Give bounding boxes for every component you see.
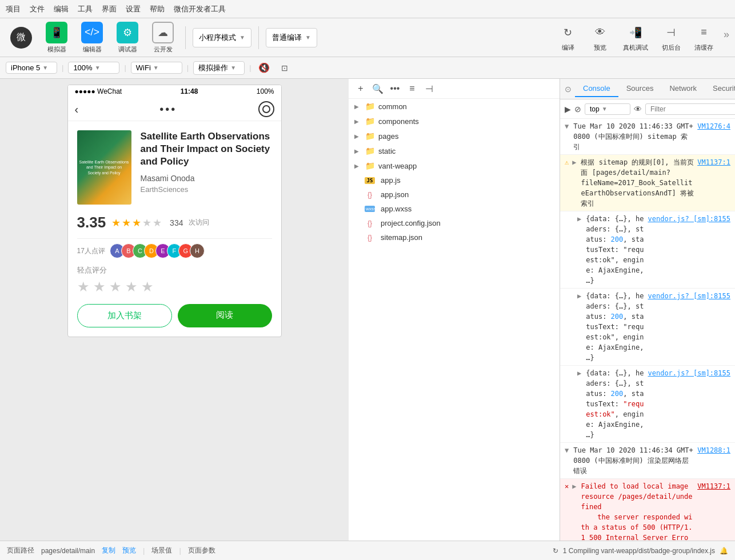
console-context-dropdown[interactable]: top ▼ bbox=[585, 103, 630, 115]
console-link-4[interactable]: vendor.js? [sm]:8155 bbox=[648, 291, 731, 363]
file-item-appwxss[interactable]: ▶ wxss app.wxss bbox=[349, 202, 560, 216]
read-button[interactable]: 阅读 bbox=[178, 304, 272, 327]
menu-settings[interactable]: 设置 bbox=[126, 4, 141, 14]
devtools-target-icon[interactable]: ⊙ bbox=[565, 85, 572, 94]
menu-wechat-devtools[interactable]: 微信开发者工具 bbox=[174, 4, 226, 14]
console-play-button[interactable]: ▶ bbox=[565, 103, 571, 115]
console-eye-button[interactable]: 👁 bbox=[634, 103, 642, 115]
real-device-button[interactable]: 📲 真机调试 bbox=[620, 21, 652, 54]
tab-network[interactable]: Network bbox=[661, 81, 705, 97]
menu-tools[interactable]: 工具 bbox=[78, 4, 93, 14]
compile-dropdown[interactable]: 普通编译 ▼ bbox=[266, 28, 317, 47]
spacer-4 bbox=[565, 291, 574, 363]
folder-arrow-common: ▶ bbox=[354, 103, 361, 110]
editor-button[interactable]: </> 编辑器 bbox=[77, 19, 107, 56]
add-to-shelf-button[interactable]: 加入书架 bbox=[77, 304, 173, 327]
rate-star-1[interactable]: ★ bbox=[77, 279, 90, 295]
file-item-components[interactable]: ▶ 📁 components bbox=[349, 114, 560, 129]
expand-icon-3[interactable]: ▶ bbox=[577, 214, 581, 286]
param-label: 页面参数 bbox=[188, 546, 215, 555]
rate-stars[interactable]: ★ ★ ★ ★ ★ bbox=[77, 279, 272, 295]
mute-button[interactable]: 🔇 bbox=[256, 60, 272, 76]
rate-star-2[interactable]: ★ bbox=[93, 279, 106, 295]
file-header: + 🔍 ••• ≡ ⊣ bbox=[349, 79, 560, 99]
menu-interface[interactable]: 界面 bbox=[102, 4, 117, 14]
file-item-static[interactable]: ▶ 📁 static bbox=[349, 143, 560, 158]
operation-dropdown[interactable]: 模拟操作 ▼ bbox=[193, 61, 245, 75]
collapse-icon[interactable]: ⊣ bbox=[423, 82, 436, 95]
device-dropdown[interactable]: iPhone 5 ▼ bbox=[6, 62, 57, 74]
console-link-5[interactable]: vendor.js? [sm]:8155 bbox=[648, 368, 731, 440]
more-file-icon[interactable]: ••• bbox=[389, 82, 401, 95]
console-link-2[interactable]: VM1137:1 bbox=[697, 157, 730, 209]
file-item-projectconfig[interactable]: ▶ {} project.config.json bbox=[349, 216, 560, 230]
console-toolbar: ▶ ⊘ top ▼ 👁 Default levels ▼ 1 hidden ⚙ bbox=[560, 99, 735, 119]
refresh-button[interactable]: ↻ 编译 bbox=[556, 21, 581, 54]
real-device-label: 真机调试 bbox=[623, 43, 648, 52]
copy-link[interactable]: 复制 bbox=[102, 546, 115, 555]
add-file-icon[interactable]: + bbox=[354, 82, 367, 95]
console-link-6[interactable]: VM1288:1 bbox=[697, 445, 730, 476]
file-item-pages[interactable]: ▶ 📁 pages bbox=[349, 129, 560, 143]
console-link-3[interactable]: vendor.js? [sm]:8155 bbox=[648, 214, 731, 286]
tab-security[interactable]: Security bbox=[705, 81, 735, 97]
file-item-appjs[interactable]: ▶ JS app.js bbox=[349, 173, 560, 187]
record-button[interactable] bbox=[258, 101, 274, 117]
console-line-6: ▼ Tue Mar 10 2020 11:46:34 GMT+0800 (中国标… bbox=[560, 443, 735, 479]
tab-console[interactable]: Console bbox=[575, 81, 618, 97]
file-item-appjson[interactable]: ▶ {} app.json bbox=[349, 187, 560, 202]
mode-dropdown[interactable]: 小程序模式 ▼ bbox=[193, 28, 251, 47]
file-name-appwxss: app.wxss bbox=[381, 205, 412, 213]
toolbar-more-button[interactable]: » bbox=[724, 29, 729, 41]
console-link-1[interactable]: VM1276:4 bbox=[697, 121, 730, 152]
cut-button[interactable]: ⊣ 切后台 bbox=[658, 21, 684, 54]
book-category: EarthSciences bbox=[141, 185, 272, 194]
zoom-dropdown[interactable]: 100% ▼ bbox=[68, 62, 119, 74]
rate-star-4[interactable]: ★ bbox=[125, 279, 138, 295]
folder-arrow-static: ▶ bbox=[354, 148, 361, 154]
preview-link[interactable]: 预览 bbox=[122, 546, 136, 555]
expand-icon-7[interactable]: ▶ bbox=[572, 481, 576, 541]
refresh-icon: ↻ bbox=[559, 23, 577, 42]
file-item-sitemap[interactable]: ▶ {} sitemap.json bbox=[349, 230, 560, 245]
preview-button[interactable]: 👁 预览 bbox=[588, 21, 613, 54]
debugger-button[interactable]: ⚙ 调试器 bbox=[112, 19, 143, 56]
menu-edit[interactable]: 编辑 bbox=[54, 4, 69, 14]
device-bar-sep-3: | bbox=[187, 63, 189, 72]
folder-arrow-components: ▶ bbox=[354, 118, 361, 125]
phone-status-bar: ●●●●● WeChat 11:48 100% bbox=[68, 85, 281, 98]
tab-sources[interactable]: Sources bbox=[618, 81, 662, 97]
rate-star-3[interactable]: ★ bbox=[109, 279, 122, 295]
cloud-button[interactable]: ☁ 云开发 bbox=[147, 19, 178, 56]
rate-star-5[interactable]: ★ bbox=[141, 279, 154, 295]
file-item-common[interactable]: ▶ 📁 common bbox=[349, 99, 560, 114]
simulator-button[interactable]: 📱 模拟器 bbox=[41, 19, 72, 56]
fullscreen-button[interactable]: ⊡ bbox=[277, 60, 293, 76]
menu-project[interactable]: 项目 bbox=[6, 4, 21, 14]
back-button[interactable]: ‹ bbox=[75, 103, 79, 116]
expand-icon-2[interactable]: ▶ bbox=[572, 157, 576, 209]
console-no-entry-button[interactable]: ⊘ bbox=[574, 103, 581, 115]
menu-file-icon[interactable]: ≡ bbox=[406, 82, 418, 95]
rating-section: 3.35 ★ ★ ★ ★ ★ 334 次访问 bbox=[77, 214, 272, 239]
clear-label: 清缓存 bbox=[694, 43, 713, 52]
logo-button[interactable]: 微 bbox=[6, 25, 37, 51]
expand-icon-1[interactable]: ▼ bbox=[565, 121, 569, 152]
filter-input[interactable] bbox=[645, 103, 735, 115]
expand-icon-4[interactable]: ▶ bbox=[577, 291, 581, 363]
menu-help[interactable]: 帮助 bbox=[150, 4, 165, 14]
menu-file[interactable]: 文件 bbox=[30, 4, 45, 14]
console-link-7[interactable]: VM1137:1 bbox=[697, 481, 730, 541]
nav-dots[interactable]: ••• bbox=[159, 103, 177, 116]
star-4: ★ bbox=[142, 217, 151, 229]
file-item-vant[interactable]: ▶ 📁 vant-weapp bbox=[349, 158, 560, 173]
search-file-icon[interactable]: 🔍 bbox=[372, 82, 384, 95]
network-dropdown[interactable]: WiFi ▼ bbox=[131, 62, 182, 74]
expand-icon-5[interactable]: ▶ bbox=[577, 368, 581, 440]
expand-icon-6[interactable]: ▼ bbox=[565, 445, 569, 476]
clear-button[interactable]: ≡ 清缓存 bbox=[691, 21, 717, 54]
page-path-value: pages/detail/main bbox=[41, 547, 95, 555]
phone-screen: ●●●●● WeChat 11:48 100% ‹ ••• Satellite … bbox=[67, 85, 282, 337]
console-text-1: Tue Mar 10 2020 11:46:33 GMT+0800 (中国标准时… bbox=[573, 121, 694, 152]
rate-label: 轻点评分 bbox=[77, 265, 272, 275]
